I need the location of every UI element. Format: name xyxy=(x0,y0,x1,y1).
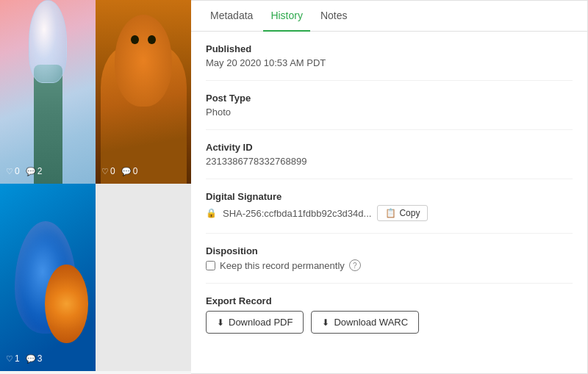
comment-icon-2: 💬 xyxy=(121,167,132,176)
photo-1-stats: ♡ 0 💬 2 xyxy=(6,166,42,176)
lightbulb xyxy=(29,0,67,83)
digital-sig-row: 🔒 SHA-256:ccfbda11fdbb92c3d34d... 📋 Copy xyxy=(206,205,573,221)
download-pdf-button[interactable]: ⬇ Download PDF xyxy=(206,311,304,334)
photo-1-likes: ♡ 0 xyxy=(6,166,20,176)
tab-history[interactable]: History xyxy=(263,1,310,32)
lemon-cut xyxy=(45,265,88,343)
tab-notes[interactable]: Notes xyxy=(313,1,355,32)
export-row: ⬇ Download PDF ⬇ Download WARC xyxy=(206,311,573,334)
cat-eye-right xyxy=(148,35,156,45)
photo-4-likes: ♡ 1 xyxy=(6,353,20,364)
post-type-value: Photo xyxy=(206,107,573,118)
copy-icon: 📋 xyxy=(385,208,396,218)
photo-item-2[interactable]: ♡ 0 💬 0 xyxy=(96,0,191,184)
lock-icon: 🔒 xyxy=(206,208,217,218)
photo-item-3 xyxy=(96,184,191,371)
download-warc-button[interactable]: ⬇ Download WARC xyxy=(311,311,419,334)
cat-eye-left xyxy=(131,35,139,45)
activity-id-label: Activity ID xyxy=(206,142,573,153)
copy-button[interactable]: 📋 Copy xyxy=(377,205,428,221)
disposition-section: Disposition Keep this record permanently… xyxy=(206,245,573,284)
cat-face xyxy=(115,15,172,107)
photo-2-stats: ♡ 0 💬 0 xyxy=(101,166,137,176)
activity-id-section: Activity ID 2313386778332768899 xyxy=(206,142,573,179)
digital-sig-label: Digital Signature xyxy=(206,191,573,202)
heart-icon-4: ♡ xyxy=(6,354,13,364)
comment-icon: 💬 xyxy=(26,167,36,176)
digital-sig-section: Digital Signature 🔒 SHA-256:ccfbda11fdbb… xyxy=(206,191,573,234)
metadata-panel: Metadata History Notes Published May 20 … xyxy=(191,0,588,374)
disposition-label: Disposition xyxy=(206,245,573,256)
heart-icon: ♡ xyxy=(6,167,13,176)
heart-icon-2: ♡ xyxy=(101,167,109,176)
post-type-section: Post Type Photo xyxy=(206,93,573,130)
download-pdf-icon: ⬇ xyxy=(217,317,224,328)
export-label: Export Record xyxy=(206,295,573,306)
keep-record-label: Keep this record permanently xyxy=(220,260,345,271)
photo-item-4[interactable]: ♡ 1 💬 3 xyxy=(0,184,96,371)
activity-id-value: 2313386778332768899 xyxy=(206,156,573,167)
disposition-row: Keep this record permanently ? xyxy=(206,259,573,271)
photo-4-comments: 💬 3 xyxy=(26,353,43,364)
export-section: Export Record ⬇ Download PDF ⬇ Download … xyxy=(206,295,573,345)
photo-item-1[interactable]: ♡ 0 💬 2 xyxy=(0,0,96,184)
photo-1-comments: 💬 2 xyxy=(26,166,43,176)
post-type-label: Post Type xyxy=(206,93,573,104)
download-warc-icon: ⬇ xyxy=(322,317,329,328)
published-value: May 20 2020 10:53 AM PDT xyxy=(206,57,573,68)
photo-grid: ♡ 0 💬 2 ♡ 0 💬 0 xyxy=(0,0,191,371)
published-section: Published May 20 2020 10:53 AM PDT xyxy=(206,43,573,81)
published-label: Published xyxy=(206,43,573,54)
digital-sig-value: SHA-256:ccfbda11fdbb92c3d34d... xyxy=(223,208,371,219)
photo-4-stats: ♡ 1 💬 3 xyxy=(6,353,42,364)
metadata-content: Published May 20 2020 10:53 AM PDT Post … xyxy=(191,32,587,373)
help-icon[interactable]: ? xyxy=(349,259,361,271)
tab-metadata[interactable]: Metadata xyxy=(203,1,260,32)
tab-bar: Metadata History Notes xyxy=(191,1,587,32)
comment-icon-4: 💬 xyxy=(26,354,36,364)
photo-2-likes: ♡ 0 xyxy=(101,166,115,176)
keep-record-checkbox[interactable] xyxy=(206,261,215,270)
photo-2-comments: 💬 0 xyxy=(121,166,138,176)
